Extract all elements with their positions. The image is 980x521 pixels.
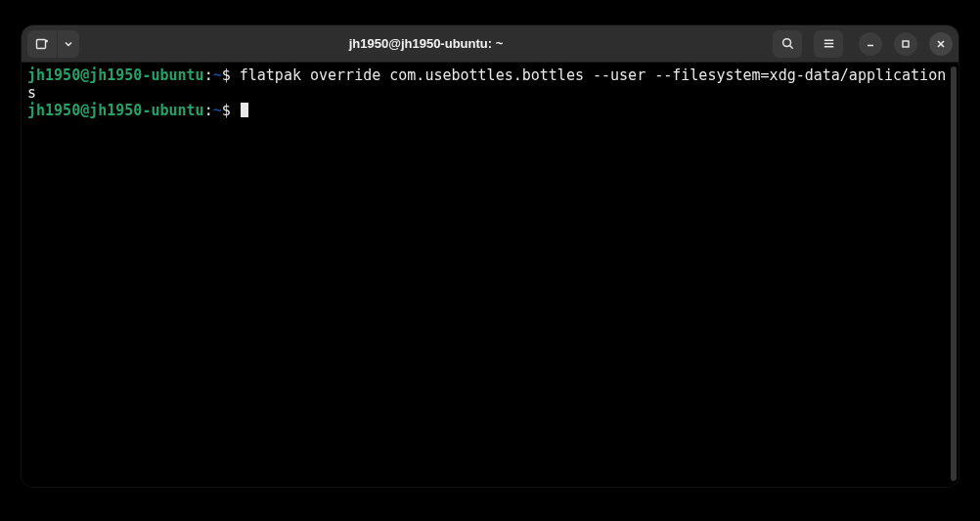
- close-icon: [936, 39, 946, 49]
- headerbar-right: [773, 30, 953, 58]
- prompt-symbol: $: [222, 102, 231, 119]
- svg-point-3: [782, 39, 790, 47]
- cursor: [241, 103, 248, 117]
- maximize-icon: [901, 39, 911, 49]
- prompt-separator: :: [204, 66, 213, 84]
- menu-button[interactable]: [814, 30, 843, 58]
- terminal-content: jh1950@jh1950-ubuntu:~$ flatpak override…: [27, 66, 953, 119]
- chevron-down-icon: [64, 39, 73, 49]
- window-title: jh1950@jh1950-ubuntu: ~: [79, 36, 773, 51]
- command-line-1: flatpak override com.usebottles.bottles …: [240, 66, 946, 84]
- prompt-user-host: jh1950@jh1950-ubuntu: [27, 66, 204, 84]
- terminal-body[interactable]: jh1950@jh1950-ubuntu:~$ flatpak override…: [22, 63, 958, 487]
- prompt-separator: :: [204, 102, 213, 119]
- minimize-icon: [866, 39, 875, 49]
- search-button[interactable]: [773, 30, 802, 58]
- svg-line-4: [789, 46, 792, 49]
- prompt-user-host: jh1950@jh1950-ubuntu: [27, 102, 204, 119]
- svg-rect-0: [37, 39, 46, 48]
- new-tab-icon: [34, 36, 50, 52]
- headerbar-left: [27, 30, 79, 58]
- scrollbar[interactable]: [951, 66, 957, 481]
- svg-rect-9: [903, 41, 909, 47]
- prompt-path: ~: [213, 102, 222, 119]
- terminal-window: jh1950@jh1950-ubuntu: ~: [22, 25, 958, 487]
- new-tab-button[interactable]: [27, 30, 57, 58]
- search-icon: [780, 36, 795, 51]
- hamburger-icon: [822, 36, 836, 51]
- headerbar: jh1950@jh1950-ubuntu: ~: [22, 25, 958, 63]
- tabs-dropdown-button[interactable]: [58, 30, 79, 58]
- prompt-path: ~: [213, 66, 222, 84]
- window-controls: [859, 32, 953, 56]
- maximize-button[interactable]: [894, 32, 917, 56]
- command-line-1-wrap: s: [27, 84, 36, 102]
- close-button[interactable]: [929, 32, 953, 56]
- minimize-button[interactable]: [859, 32, 882, 56]
- prompt-symbol: $: [222, 66, 231, 84]
